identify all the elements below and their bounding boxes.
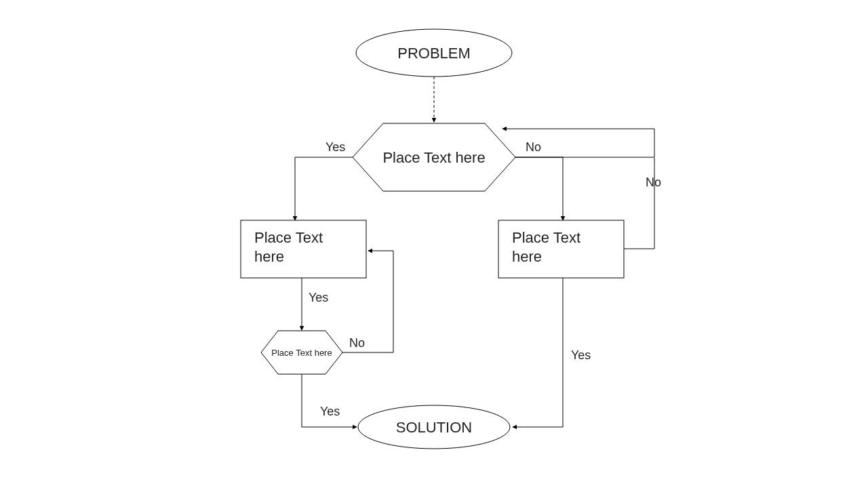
edge-label-no1: No: [526, 140, 541, 154]
decision-label: Place Text here: [382, 149, 485, 166]
edge-label-yes4: Yes: [320, 405, 340, 418]
edge-right-yes-to-solution: [513, 278, 563, 427]
process-left-label-l2: here: [254, 248, 284, 265]
edge-decision-yes: [295, 157, 353, 220]
solution-label: SOLUTION: [396, 419, 472, 436]
edge-label-yes1: Yes: [326, 140, 345, 154]
edge-label-yes3: Yes: [571, 348, 591, 362]
flowchart-canvas: PROBLEM Place Text here No Yes No Place …: [0, 0, 868, 488]
edge-decision-no: [515, 157, 563, 220]
edge-label-yes2: Yes: [309, 291, 328, 304]
small-decision-label: Place Text here: [271, 348, 332, 358]
edge-label-no2: No: [349, 336, 365, 350]
process-right-label-l2: here: [512, 248, 542, 265]
edge-right-no-up: [624, 158, 654, 249]
edge-small-yes-to-solution: [302, 374, 357, 427]
problem-label: PROBLEM: [397, 45, 471, 62]
edge-label-no-feedback: No: [646, 176, 661, 189]
process-right-label-l1: Place Text: [512, 229, 580, 246]
process-left-label-l1: Place Text: [254, 229, 323, 246]
